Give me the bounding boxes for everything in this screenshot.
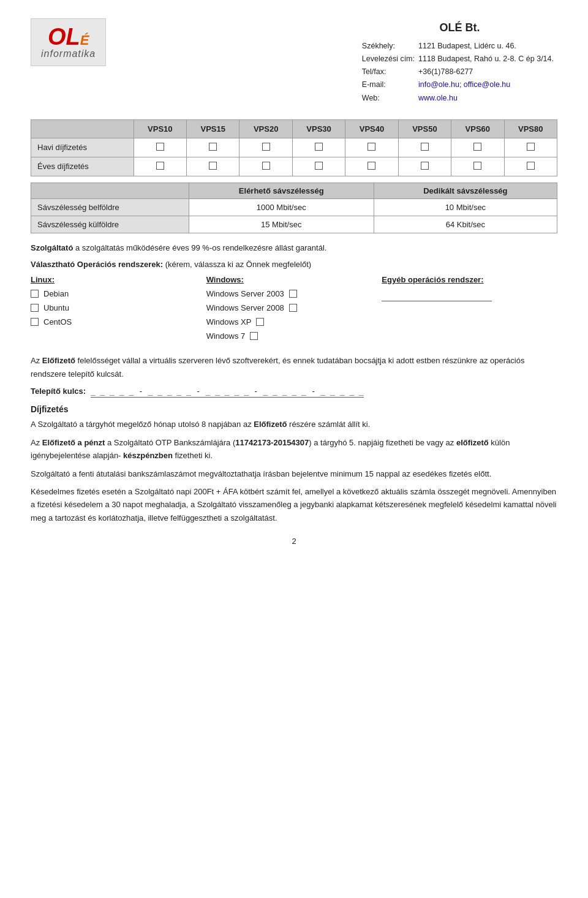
bw-foreign-available: 15 Mbit/sec [189, 216, 374, 233]
winxp-label: Windows XP [206, 317, 252, 326]
bank-note2: Késedelmes fizetés esetén a Szolgáltató … [31, 485, 557, 524]
os-section-title: Választható Operációs rendszerek: (kérem… [31, 260, 557, 269]
os-ubuntu: Ubuntu [31, 303, 206, 312]
eves-vps10-cb[interactable] [134, 157, 186, 176]
os-centos: CentOS [31, 317, 206, 326]
other-os-line[interactable] [382, 289, 492, 301]
ubuntu-checkbox[interactable] [31, 304, 39, 312]
vps-col-40: VPS40 [345, 119, 398, 138]
os-win7: Windows 7 [206, 331, 382, 341]
page-number: 2 [292, 537, 296, 546]
centos-label: CentOS [43, 317, 72, 326]
page-header: OLÉ informatika OLÉ Bt. Székhely: 1121 B… [31, 18, 557, 105]
winxp-checkbox[interactable] [256, 318, 264, 326]
bank-note1: Szolgáltató a fenti átutalási bankszámla… [31, 467, 557, 480]
install-key-row: Telepítő kulcs: _ _ _ _ _ - _ _ _ _ _ - … [31, 387, 557, 396]
bw-available-header: Elérhető sávszélesség [189, 183, 374, 198]
mail-label: Levelezési cím: [362, 53, 418, 66]
payment-title: Díjfizetés [31, 404, 557, 414]
os-debian: Debian [31, 289, 206, 298]
havi-label: Havi díjfizetés [31, 138, 134, 157]
winserver2003-checkbox[interactable] [289, 290, 297, 298]
vps-col-80: VPS80 [504, 119, 557, 138]
eves-vps50-cb[interactable] [398, 157, 451, 176]
linux-header: Linux: [31, 275, 206, 284]
eves-label: Éves díjfizetés [31, 157, 134, 176]
payment-text1: A Szolgáltató a tárgyhót megelőző hónap … [31, 418, 557, 431]
win7-checkbox[interactable] [250, 332, 258, 340]
tel-label: Tel/fax: [362, 66, 418, 78]
linux-col: Linux: Debian Ubuntu CentOS [31, 275, 206, 331]
guarantee-strong: Szolgáltató [31, 243, 73, 252]
company-title: OLÉ Bt. [362, 18, 557, 37]
bw-foreign-label: Sávszélesség külföldre [31, 216, 189, 233]
havi-vps40-cb[interactable] [345, 138, 398, 157]
os-winserver2003: Windows Server 2003 [206, 289, 382, 298]
ole-logo: OLÉ [48, 25, 89, 48]
email-label: E-mail: [362, 78, 418, 91]
informatika-label: informatika [41, 48, 96, 59]
os-winxp: Windows XP [206, 317, 382, 326]
mail-value: 1118 Budapest, Rahó u. 2-8. C ép 3/14. [418, 53, 557, 66]
web-value: www.ole.hu [418, 92, 557, 105]
vps-col-empty [31, 119, 134, 138]
win7-label: Windows 7 [206, 331, 246, 341]
havi-vps50-cb[interactable] [398, 138, 451, 157]
bw-foreign-dedicated: 64 Kbit/sec [374, 216, 557, 233]
bw-empty-header [31, 183, 189, 198]
logo-box: OLÉ informatika [31, 18, 106, 66]
debian-label: Debian [43, 289, 69, 298]
eves-vps15-cb[interactable] [187, 157, 239, 176]
eves-vps80-cb[interactable] [504, 157, 557, 176]
bw-domestic-dedicated: 10 Mbit/sec [374, 198, 557, 216]
havi-vps60-cb[interactable] [451, 138, 504, 157]
havi-vps80-cb[interactable] [504, 138, 557, 157]
bw-domestic-available: 1000 Mbit/sec [189, 198, 374, 216]
web-label: Web: [362, 92, 418, 105]
tel-value: +36(1)788-6277 [418, 66, 557, 78]
vps-col-30: VPS30 [292, 119, 345, 138]
guarantee-text: Szolgáltató a szolgáltatás működésére év… [31, 242, 557, 254]
other-os-col: Egyéb operációs rendszer: [382, 275, 557, 301]
havi-row: Havi díjfizetés [31, 138, 557, 157]
address-label: Székhely: [362, 40, 418, 53]
havi-vps15-cb[interactable] [187, 138, 239, 157]
havi-vps20-cb[interactable] [239, 138, 292, 157]
winserver2008-checkbox[interactable] [289, 304, 297, 312]
subscriber-note: Az Előfizető felelősséget vállal a virtu… [31, 354, 557, 380]
os-winserver2008: Windows Server 2008 [206, 303, 382, 312]
payment-text2: Az Előfizető a pénzt a Szolgáltató OTP B… [31, 436, 557, 462]
ubuntu-label: Ubuntu [43, 303, 69, 312]
winserver2008-label: Windows Server 2008 [206, 303, 284, 312]
vps-col-10: VPS10 [134, 119, 186, 138]
email-value: info@ole.hu; office@ole.hu [418, 78, 557, 91]
windows-header: Windows: [206, 275, 382, 284]
centos-checkbox[interactable] [31, 318, 39, 326]
eves-vps40-cb[interactable] [345, 157, 398, 176]
eves-vps20-cb[interactable] [239, 157, 292, 176]
windows-col: Windows: Windows Server 2003 Windows Ser… [206, 275, 382, 345]
debian-checkbox[interactable] [31, 290, 39, 298]
eves-vps60-cb[interactable] [451, 157, 504, 176]
vps-table: VPS10 VPS15 VPS20 VPS30 VPS40 VPS50 VPS6… [31, 119, 557, 176]
os-columns: Linux: Debian Ubuntu CentOS Windows: Win… [31, 275, 557, 345]
vps-col-15: VPS15 [187, 119, 239, 138]
vps-col-20: VPS20 [239, 119, 292, 138]
winserver2003-label: Windows Server 2003 [206, 289, 284, 298]
page-footer: 2 [31, 537, 557, 546]
company-info: OLÉ Bt. Székhely: 1121 Budapest, Lidérc … [362, 18, 557, 105]
install-key-value[interactable]: _ _ _ _ _ - _ _ _ _ _ - _ _ _ _ _ - _ _ … [91, 387, 364, 398]
os-section: Választható Operációs rendszerek: (kérem… [31, 260, 557, 345]
vps-col-60: VPS60 [451, 119, 504, 138]
havi-vps10-cb[interactable] [134, 138, 186, 157]
eves-vps30-cb[interactable] [292, 157, 345, 176]
bw-domestic-label: Sávszélesség belföldre [31, 198, 189, 216]
eves-row: Éves díjfizetés [31, 157, 557, 176]
other-os-header: Egyéb operációs rendszer: [382, 275, 557, 284]
havi-vps30-cb[interactable] [292, 138, 345, 157]
bandwidth-table: Elérhető sávszélesség Dedikált sávszéles… [31, 183, 557, 233]
bw-dedicated-header: Dedikált sávszélesség [374, 183, 557, 198]
logo-area: OLÉ informatika [31, 18, 106, 66]
address-value: 1121 Budapest, Lidérc u. 46. [418, 40, 557, 53]
vps-col-50: VPS50 [398, 119, 451, 138]
